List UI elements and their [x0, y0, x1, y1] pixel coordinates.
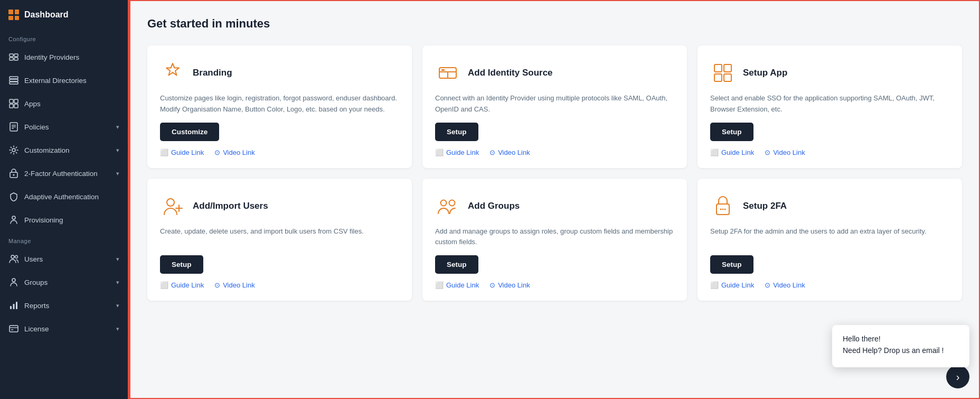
svg-point-15: [12, 149, 15, 152]
svg-rect-22: [10, 306, 12, 309]
svg-rect-35: [724, 74, 731, 81]
sidebar-item-adaptive-auth[interactable]: Adaptive Authentication: [0, 185, 128, 208]
chevron-icon: ▾: [116, 326, 119, 332]
sidebar-label: Groups: [24, 279, 48, 286]
sidebar-item-groups[interactable]: Groups ▾: [0, 271, 128, 294]
sidebar-header[interactable]: Dashboard: [0, 0, 128, 30]
sidebar-item-2fa[interactable]: 2-Factor Authentication ▾: [0, 162, 128, 185]
identity-source-icon: [435, 60, 460, 86]
video-link[interactable]: ⊙ Video Link: [214, 149, 255, 156]
play-icon: ⊙: [765, 281, 770, 289]
card-header-identity: Add Identity Source: [435, 60, 674, 86]
card-desc: Setup 2FA for the admin and the users to…: [710, 226, 949, 248]
sidebar-title: Dashboard: [24, 10, 69, 20]
card-setup-2fa: Setup 2FA Setup 2FA for the admin and th…: [698, 179, 962, 301]
external-link-icon: ⬜: [160, 149, 168, 156]
add-groups-button[interactable]: Setup: [435, 255, 478, 274]
card-title: Branding: [193, 68, 232, 78]
guide-link[interactable]: ⬜ Guide Link: [160, 281, 204, 289]
card-title: Add Groups: [468, 201, 520, 211]
chevron-icon: ▾: [116, 279, 119, 286]
setup-2fa-button[interactable]: Setup: [710, 255, 753, 274]
identity-source-button[interactable]: Setup: [435, 123, 478, 141]
sidebar-label: Identity Providers: [24, 53, 79, 61]
add-groups-icon: [435, 193, 460, 219]
card-desc: Customize pages like login, registration…: [160, 93, 399, 115]
branding-icon: [160, 60, 185, 86]
provisioning-icon: [8, 215, 19, 225]
sidebar-item-identity-providers[interactable]: Identity Providers: [0, 45, 128, 69]
guide-link[interactable]: ⬜ Guide Link: [435, 281, 479, 289]
play-icon: ⊙: [489, 281, 495, 289]
section-manage: Manage: [0, 231, 128, 247]
card-header-users: Add/Import Users: [160, 193, 399, 219]
svg-point-21: [12, 279, 15, 282]
apps-icon: [8, 98, 19, 109]
external-directories-icon: [8, 75, 19, 86]
card-desc: Connect with an Identity Provider using …: [435, 93, 674, 115]
chat-popup: Hello there! Need Help? Drop us an email…: [832, 325, 969, 367]
svg-rect-4: [10, 77, 18, 79]
external-link-icon: ⬜: [435, 149, 444, 156]
page-title: Get started in minutes: [147, 17, 962, 31]
chevron-icon: ▾: [116, 170, 119, 177]
card-links: ⬜ Guide Link ⊙ Video Link: [160, 149, 399, 156]
chevron-icon: ▾: [116, 147, 119, 154]
sidebar-label: 2-Factor Authentication: [24, 170, 98, 178]
guide-link[interactable]: ⬜ Guide Link: [710, 281, 754, 289]
sidebar-item-policies[interactable]: Policies ▾: [0, 115, 128, 138]
2fa-icon: [8, 168, 19, 179]
sidebar-item-provisioning[interactable]: Provisioning: [0, 208, 128, 231]
setup-app-button[interactable]: Setup: [710, 123, 753, 141]
video-link[interactable]: ⊙ Video Link: [765, 149, 805, 156]
video-link[interactable]: ⊙ Video Link: [765, 281, 805, 289]
video-link[interactable]: ⊙ Video Link: [489, 281, 530, 289]
chat-message: Need Help? Drop us an email !: [843, 346, 959, 355]
guide-link[interactable]: ⬜ Guide Link: [160, 149, 204, 156]
svg-rect-23: [13, 304, 15, 309]
sidebar-item-reports[interactable]: Reports ▾: [0, 294, 128, 317]
chat-greeting: Hello there!: [843, 335, 959, 343]
card-title: Setup App: [743, 68, 787, 78]
svg-rect-8: [14, 99, 18, 103]
svg-rect-31: [441, 69, 445, 71]
play-icon: ⊙: [765, 149, 770, 156]
svg-point-36: [167, 199, 174, 206]
card-links: ⬜ Guide Link ⊙ Video Link: [435, 149, 674, 156]
sidebar-label: Provisioning: [24, 216, 63, 224]
sidebar-item-license[interactable]: License ▾: [0, 317, 128, 340]
branding-button[interactable]: Customize: [160, 123, 219, 141]
add-users-icon: [160, 193, 185, 219]
svg-rect-5: [10, 79, 18, 81]
video-link[interactable]: ⊙ Video Link: [489, 149, 530, 156]
sidebar-item-external-directories[interactable]: External Directories: [0, 69, 128, 92]
guide-link[interactable]: ⬜ Guide Link: [710, 149, 754, 156]
card-title: Add Identity Source: [468, 68, 553, 78]
add-users-button[interactable]: Setup: [160, 255, 203, 274]
svg-rect-34: [714, 74, 722, 81]
svg-point-44: [722, 208, 724, 210]
card-setup-app: Setup App Select and enable SSO for the …: [698, 45, 962, 168]
dashboard-icon: [8, 10, 19, 20]
chevron-icon: ▾: [116, 256, 119, 263]
svg-rect-1: [14, 54, 18, 57]
card-header-groups: Add Groups: [435, 193, 674, 219]
video-link[interactable]: ⊙ Video Link: [214, 281, 255, 289]
svg-rect-32: [714, 64, 722, 72]
card-links: ⬜ Guide Link ⊙ Video Link: [435, 281, 674, 289]
chat-toggle-button[interactable]: ›: [946, 365, 969, 388]
users-icon: [8, 254, 19, 264]
guide-link[interactable]: ⬜ Guide Link: [435, 149, 479, 156]
card-desc: Select and enable SSO for the applicatio…: [710, 93, 949, 115]
sidebar-label: External Directories: [24, 77, 87, 85]
sidebar-item-customization[interactable]: Customization ▾: [0, 138, 128, 162]
sidebar-label: Customization: [24, 146, 70, 154]
svg-point-43: [724, 208, 726, 210]
cards-grid: Branding Customize pages like login, reg…: [147, 45, 962, 301]
customization-icon: [8, 145, 19, 155]
sidebar-item-apps[interactable]: Apps: [0, 92, 128, 115]
card-add-users: Add/Import Users Create, update, delete …: [147, 179, 412, 301]
card-add-groups: Add Groups Add and manage groups to assi…: [422, 179, 687, 301]
card-header-branding: Branding: [160, 60, 399, 86]
sidebar-item-users[interactable]: Users ▾: [0, 247, 128, 271]
